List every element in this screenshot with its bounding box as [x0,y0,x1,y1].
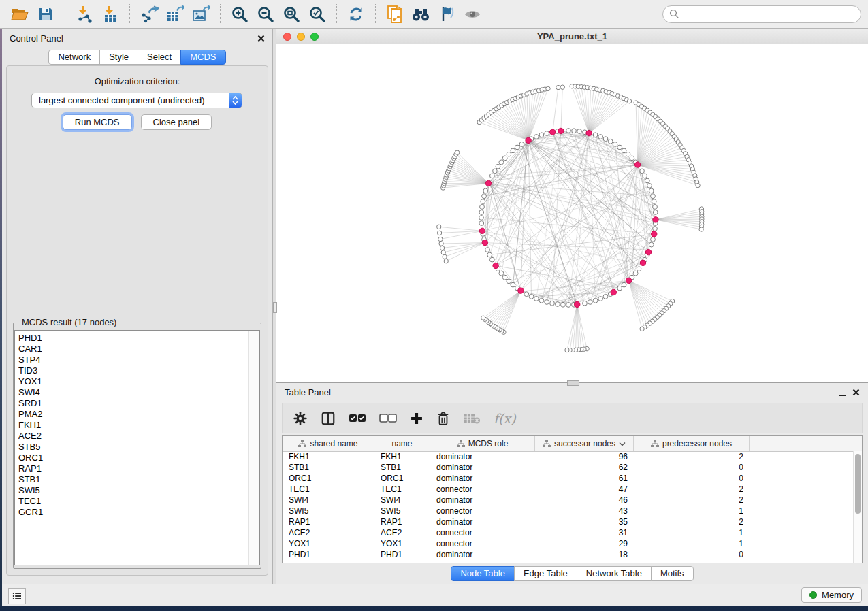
delete-table-button[interactable] [463,412,481,425]
graph-node[interactable] [645,178,649,183]
import-table-button[interactable] [97,3,123,25]
table-row[interactable]: SWI4SWI4dominator462 [283,495,853,506]
graph-node[interactable] [649,188,654,193]
close-table-panel-icon[interactable] [852,389,860,396]
graph-hub-node[interactable] [549,129,555,135]
graph-hub-node[interactable] [493,263,498,268]
float-panel-icon[interactable] [244,35,251,42]
graph-node[interactable] [626,152,630,156]
graph-node[interactable] [534,297,539,301]
graph-hub-node[interactable] [640,260,645,265]
graph-node[interactable] [479,216,484,220]
table-row[interactable]: PHD1PHD1dominator180 [283,549,853,560]
deselect-all-button[interactable] [379,413,397,424]
graph-node[interactable] [566,129,571,133]
mcds-result-item[interactable]: STB1 [18,474,259,485]
mcds-result-item[interactable]: GCR1 [18,507,259,518]
graph-node[interactable] [647,183,652,188]
graph-hub-node[interactable] [634,162,640,167]
graph-node[interactable] [633,271,638,276]
graph-node[interactable] [507,279,511,284]
graph-hub-node[interactable] [653,217,658,222]
refresh-button[interactable] [343,3,369,25]
mcds-result-item[interactable]: SRD1 [18,398,259,409]
table-row[interactable]: TEC1TEC1connector472 [283,484,853,495]
mcds-result-item[interactable]: YOX1 [18,376,259,387]
graph-node[interactable] [515,145,519,150]
table-row[interactable]: ACE2ACE2connector311 [283,527,853,538]
graph-node[interactable] [603,294,608,299]
column-header-name[interactable]: name [374,436,430,451]
graph-node[interactable] [511,282,515,287]
graph-leaf-node[interactable] [437,225,441,229]
graph-node[interactable] [588,300,592,305]
graph-node[interactable] [519,142,524,147]
graph-node[interactable] [598,297,603,301]
graph-node[interactable] [593,298,598,303]
table-row[interactable]: FKH1FKH1dominator962 [283,451,853,462]
graph-node[interactable] [622,148,626,153]
graph-node[interactable] [617,286,622,291]
clone-network-button[interactable] [382,3,408,25]
graph-node[interactable] [481,199,485,204]
close-window-icon[interactable] [283,33,291,41]
graph-node[interactable] [652,199,656,204]
graph-node[interactable] [640,169,645,174]
graph-leaf-node[interactable] [439,242,443,246]
graph-node[interactable] [561,302,566,307]
graph-node[interactable] [496,164,500,169]
network-graph[interactable] [276,44,868,382]
delete-column-button[interactable] [436,411,450,426]
graph-node[interactable] [643,174,647,178]
graph-leaf-node[interactable] [565,348,569,352]
graph-hub-node[interactable] [626,278,631,283]
graph-node[interactable] [651,194,656,199]
mcds-result-item[interactable]: RAP1 [18,463,259,474]
graph-node[interactable] [502,156,507,161]
graph-leaf-node[interactable] [640,327,644,331]
graph-node[interactable] [482,194,487,199]
graph-leaf-node[interactable] [441,250,445,254]
function-builder-button[interactable]: f(x) [494,411,516,426]
graph-node[interactable] [637,267,641,271]
mcds-result-item[interactable]: STP4 [18,354,259,365]
table-row[interactable]: ORC1ORC1dominator610 [283,473,853,484]
graph-node[interactable] [499,160,504,165]
graph-node[interactable] [524,292,529,297]
open-file-button[interactable] [7,3,33,25]
graph-node[interactable] [556,302,560,307]
minimize-window-icon[interactable] [297,33,305,41]
graph-leaf-node[interactable] [481,316,485,320]
graph-node[interactable] [502,275,507,280]
graph-hub-node[interactable] [482,240,487,245]
graph-node[interactable] [622,282,626,287]
show-hide-graphics-button[interactable] [460,3,485,25]
tab-mcds[interactable]: MCDS [180,50,225,65]
graph-hub-node[interactable] [518,288,524,293]
graph-leaf-node[interactable] [437,231,441,235]
graph-hub-node[interactable] [575,301,580,307]
select-all-button[interactable] [349,413,366,424]
optimization-criterion-dropdown[interactable]: largest connected component (undirected) [31,93,242,108]
graph-leaf-node[interactable] [699,227,703,231]
search-input[interactable] [684,8,854,20]
result-list-scrollbar[interactable] [248,331,259,565]
graph-node[interactable] [577,129,582,134]
graph-node[interactable] [480,205,485,210]
graph-hub-node[interactable] [485,180,491,186]
mcds-result-item[interactable]: ACE2 [18,431,259,442]
export-table-button[interactable] [162,3,188,25]
zoom-out-button[interactable] [253,3,278,25]
tab-edge-table[interactable]: Edge Table [514,566,577,581]
mcds-result-item[interactable]: TEC1 [18,496,259,507]
splitter-handle[interactable] [273,302,277,313]
export-network-button[interactable] [136,3,162,25]
run-mcds-button[interactable]: Run MCDS [63,114,132,130]
graph-node[interactable] [617,145,622,150]
graph-leaf-node[interactable] [443,254,447,259]
column-header-successor-nodes[interactable]: successor nodes [535,436,634,451]
save-session-button[interactable] [33,3,59,25]
hide-annotations-button[interactable] [434,3,460,25]
graph-node[interactable] [493,169,498,174]
mcds-result-item[interactable]: PMA2 [18,409,259,420]
